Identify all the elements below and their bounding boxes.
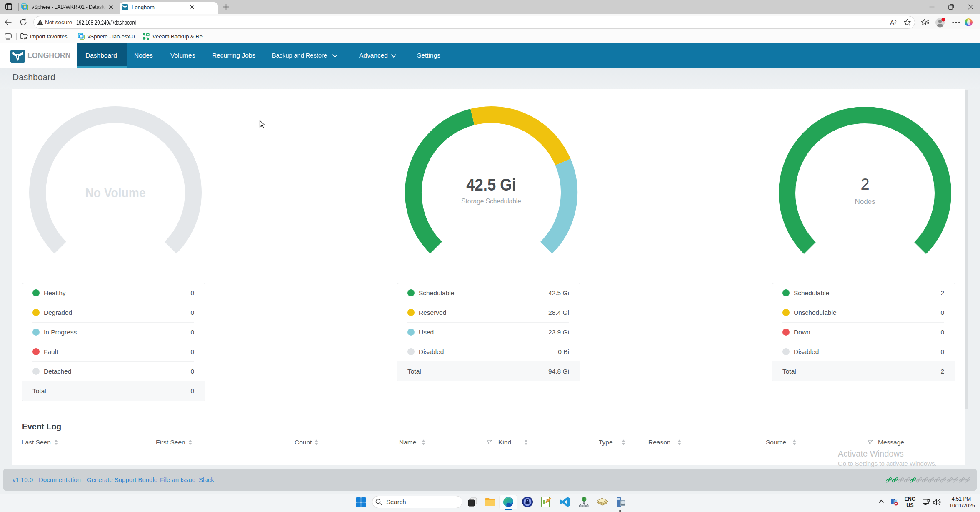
svg-text:A: A <box>890 19 894 26</box>
